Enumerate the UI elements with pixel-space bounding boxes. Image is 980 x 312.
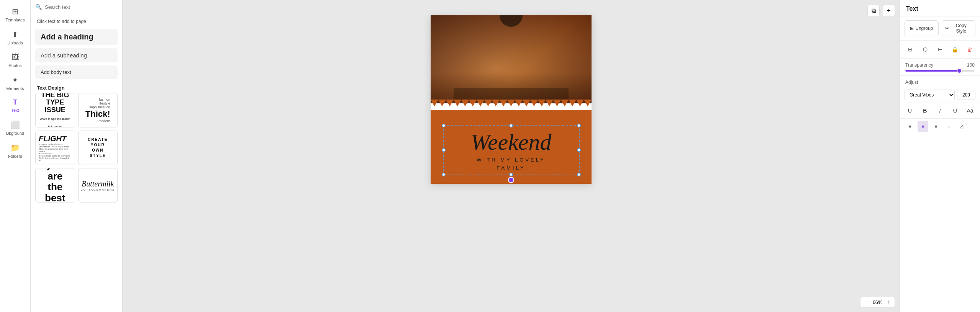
sidebar-item-templates[interactable]: ⊞ Templates [0, 3, 30, 26]
flight-content: FLIGHT [39, 135, 66, 142]
text-effects-button[interactable]: A [957, 121, 967, 132]
align-right-button[interactable]: ≡ [931, 121, 941, 132]
canvas-main-text: Weekend [451, 129, 571, 155]
zoom-bar: − 66% + [860, 297, 895, 307]
elements-icon: ✦ [12, 75, 18, 85]
zoom-out-button[interactable]: − [864, 299, 869, 305]
handle-tr[interactable] [577, 124, 581, 127]
canvas-lower: Weekend WITH MY LOVELY FAMILY [431, 110, 592, 184]
canvas-text-box[interactable]: Weekend WITH MY LOVELY FAMILY [443, 125, 580, 175]
design-card-create[interactable]: CREATEYOUROWNSTYLE [78, 131, 118, 165]
ungroup-button[interactable]: ⊞ Ungroup [905, 20, 939, 36]
zoom-in-button[interactable]: + [886, 299, 891, 305]
copy-style-label: Copy Style [951, 23, 972, 34]
handle-mr[interactable] [577, 148, 581, 152]
handle-ml[interactable] [442, 148, 446, 152]
sidebar-item-text-label: Text [11, 108, 19, 113]
create-content: CREATEYOUROWNSTYLE [88, 137, 108, 158]
templates-icon: ⊞ [12, 7, 18, 16]
delete-icon[interactable]: 🗑 [964, 44, 975, 55]
sidebar-item-photos[interactable]: 🖼 Photos [0, 49, 30, 72]
handle-tl[interactable] [442, 124, 446, 127]
handle-br[interactable] [577, 173, 581, 176]
strikethrough-button[interactable]: U [950, 105, 960, 116]
butter-sub: COTTAGEMAKERS [81, 188, 115, 191]
line-spacing-button[interactable]: ↕ [944, 121, 954, 132]
sidebar-item-folders[interactable]: 📁 Folders [0, 139, 30, 162]
canvas-toolbar: ⧉ + [867, 5, 895, 17]
align-left-icon[interactable]: ⊢ [934, 44, 946, 55]
transparency-row: Transparency 100 [900, 59, 980, 76]
zoom-level: 66% [873, 299, 883, 305]
text-icon: T [13, 98, 17, 106]
font-row: Great Vibes [900, 87, 980, 103]
align-left-button[interactable]: ≡ [905, 121, 915, 132]
format-row: U B I U Aa [900, 103, 980, 119]
design-card-friend[interactable]: LOVE YOU you arethe bestfriend [35, 168, 75, 203]
underline-button[interactable]: U [905, 105, 915, 116]
design-card-bigtype[interactable]: THE BIGTYPEISSUEwhat's in type this seas… [35, 93, 75, 127]
duplicate-button[interactable]: ⧉ [867, 5, 880, 17]
sidebar-item-elements[interactable]: ✦ Elements [0, 72, 30, 95]
right-panel-actions: ⊞ Ungroup ✂ Copy Style [900, 16, 980, 41]
table-icon[interactable]: ⊟ [905, 44, 916, 55]
case-button[interactable]: Aa [965, 105, 975, 116]
lock-icon[interactable]: 🔒 [949, 44, 960, 55]
canvas[interactable]: Weekend WITH MY LOVELY FAMILY [431, 15, 592, 184]
align-center-button[interactable]: ≡ [918, 121, 928, 132]
canvas-sub-text-2: FAMILY [451, 165, 571, 171]
zigzag-divider [431, 100, 592, 106]
formatting-icons-row: ⊟ ⬡ ⊢ 🔒 🗑 [900, 41, 980, 59]
main-area: ⧉ + [123, 0, 900, 312]
canvas-sub-text-1: WITH MY LOVELY [451, 157, 571, 163]
adjust-label: Adjust [900, 76, 980, 87]
ungroup-icon: ⊞ [910, 26, 914, 31]
search-container: 🔍 [31, 0, 122, 14]
layers-icon[interactable]: ⬡ [919, 44, 931, 55]
transparency-value: 100 [967, 62, 975, 68]
search-input[interactable] [45, 4, 118, 10]
handle-tc[interactable] [509, 124, 513, 127]
transparency-label-row: Transparency 100 [905, 62, 975, 68]
left-sidebar: ⊞ Templates ⬆ Uploads 🖼 Photos ✦ Element… [0, 0, 31, 312]
add-button[interactable]: + [883, 5, 895, 17]
rotate-handle[interactable] [508, 177, 514, 183]
italic-button[interactable]: I [935, 105, 946, 116]
font-size-input[interactable] [957, 90, 975, 100]
add-body-button[interactable]: Add body text [35, 65, 118, 79]
font-select[interactable]: Great Vibes [905, 90, 955, 100]
add-heading-button[interactable]: Add a heading [35, 29, 118, 45]
sidebar-item-uploads-label: Uploads [7, 41, 23, 45]
copy-style-button[interactable]: ✂ Copy Style [942, 20, 976, 36]
background-icon: ⬜ [10, 120, 20, 129]
bigtype-content: THE BIGTYPEISSUEwhat's in type this seas… [40, 93, 70, 127]
sidebar-item-background[interactable]: ⬜ Bkground [0, 116, 30, 139]
sidebar-item-elements-label: Elements [7, 86, 24, 91]
add-icon: + [887, 7, 890, 14]
search-icon: 🔍 [35, 4, 42, 10]
sidebar-item-background-label: Bkground [6, 131, 24, 136]
thick-content: fashionlifestylesophistication Thick! mo… [85, 98, 110, 123]
canvas-photo [431, 15, 592, 103]
bold-button[interactable]: B [919, 105, 930, 116]
folders-icon: 📁 [10, 143, 20, 152]
sidebar-item-text[interactable]: T Text [0, 95, 30, 116]
photos-icon: 🖼 [11, 53, 19, 62]
design-card-flight[interactable]: FLIGHT songs of birds fill the airThe cu… [35, 131, 75, 165]
right-panel-title: Text [900, 0, 980, 16]
handle-bl[interactable] [442, 173, 446, 176]
transparency-slider[interactable] [905, 70, 975, 72]
slider-thumb[interactable] [957, 68, 962, 74]
add-subheading-button[interactable]: Add a subheading [35, 48, 118, 62]
handle-bc[interactable] [509, 173, 513, 176]
canvas-wrapper: Weekend WITH MY LOVELY FAMILY [431, 15, 592, 184]
sidebar-item-folders-label: Folders [8, 154, 22, 158]
duplicate-icon: ⧉ [872, 7, 876, 14]
text-panel: 🔍 Click text to add to page Add a headin… [31, 0, 123, 312]
design-card-thick[interactable]: fashionlifestylesophistication Thick! mo… [78, 93, 118, 127]
sidebar-item-uploads[interactable]: ⬆ Uploads [0, 26, 30, 49]
transparency-label-text: Transparency [905, 62, 933, 68]
design-card-butter[interactable]: Buttermilk COTTAGEMAKERS [78, 168, 118, 203]
butter-content: Buttermilk [82, 180, 114, 188]
copy-style-icon: ✂ [945, 26, 949, 31]
